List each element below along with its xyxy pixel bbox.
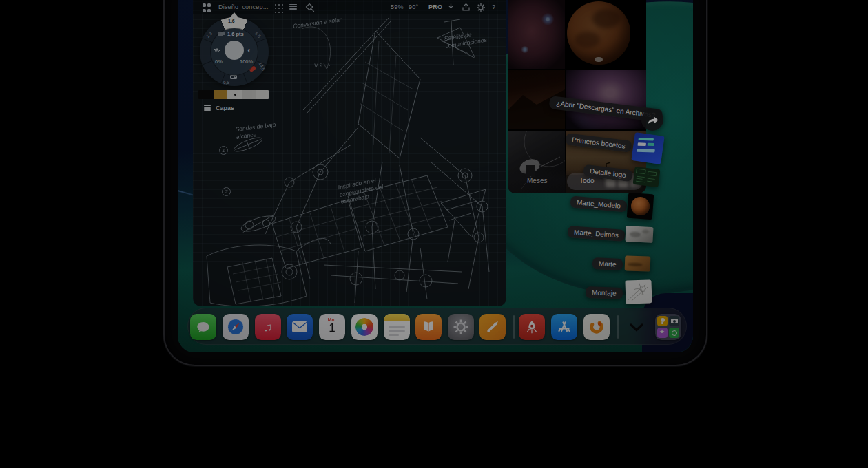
swatch-mid-gray[interactable]: [242, 90, 256, 99]
calendar-day: 1: [319, 322, 345, 334]
annotation-marker-2: 2: [222, 187, 231, 196]
shape-tool-icon[interactable]: [305, 3, 315, 12]
notes-yellow-strip: [384, 314, 410, 321]
drag-thumb-mars-model[interactable]: [627, 193, 654, 220]
drag-thumb-deimos[interactable]: [625, 226, 653, 243]
photos-app-window: Meses Todo: [508, 0, 646, 193]
forward-arrow-icon: [647, 115, 659, 125]
drag-thumb-marte-terrain[interactable]: [625, 255, 651, 271]
app-library-tile-tips: [657, 316, 668, 326]
brush-radial-dial[interactable]: 1,6 1,3 5,5 14,5 6,8 1,6 pts ◐ 0% 100%: [200, 17, 269, 86]
toolbar-divider: [214, 3, 214, 11]
brush-stroke-icon: [230, 75, 237, 79]
share-export-icon[interactable]: [462, 3, 471, 12]
download-icon[interactable]: [446, 3, 455, 12]
app-library-tile-camera: [669, 316, 679, 326]
grid-tools-icon[interactable]: [275, 4, 285, 14]
pressure-wave-icon: [214, 47, 220, 54]
drag-thumb-montaje-sketch[interactable]: [625, 279, 652, 304]
mail-app-icon[interactable]: [287, 314, 313, 340]
draw-app-icon[interactable]: [479, 314, 506, 340]
dock-divider-2: [617, 315, 619, 339]
music-app-icon[interactable]: ♫: [255, 314, 281, 340]
help-button[interactable]: ?: [492, 3, 495, 10]
settings-gear-icon[interactable]: [476, 3, 486, 12]
safari-app-icon[interactable]: [223, 314, 249, 340]
layers-list-icon: [204, 104, 211, 112]
selected-brush-size: 1,6: [228, 19, 235, 23]
books-app-icon[interactable]: [415, 314, 442, 340]
notes-app-icon[interactable]: [384, 314, 410, 340]
contrast-icon: ◐: [247, 46, 251, 54]
selected-color-dot: [234, 94, 236, 96]
opacity-value: 0%: [215, 58, 223, 65]
messages-app-icon[interactable]: [190, 314, 216, 340]
pro-badge: PRO: [428, 3, 442, 10]
drag-thumb-green-schematic[interactable]: [633, 167, 661, 187]
drag-label-montaje: Montaje: [586, 286, 623, 299]
dock: ♫ Mar 1: [187, 308, 687, 345]
app-library-tile-star: ★: [657, 328, 668, 338]
color-swatch-bar[interactable]: [198, 90, 269, 99]
photos-app-icon[interactable]: [351, 314, 378, 340]
brush-size-pts: 1,6 pts: [227, 31, 244, 37]
photos-flower-icon: [355, 318, 373, 336]
zoom-level[interactable]: 59%: [391, 3, 404, 10]
annotation-marker-1: 1: [219, 146, 228, 155]
flow-value: 100%: [240, 58, 253, 65]
layers-tool-icon[interactable]: [289, 3, 299, 12]
stage: Conversión a solar Satélite de comunicac…: [0, 0, 868, 468]
drag-label-marte: Marte: [592, 257, 623, 270]
segment-todo[interactable]: Todo: [579, 177, 595, 184]
brush-lines-icon: [218, 32, 225, 36]
share-forward-button[interactable]: [641, 109, 663, 131]
mars-globe: [567, 1, 630, 65]
app-library-tile-activity: [669, 328, 679, 338]
photo-mars-planet[interactable]: [566, 0, 646, 69]
canvas-angle[interactable]: 90°: [409, 3, 418, 10]
app-menu-icon[interactable]: [203, 3, 212, 13]
calendar-app-icon[interactable]: Mar 1: [319, 314, 345, 340]
settings-app-icon[interactable]: [448, 314, 474, 340]
rocket-app-icon[interactable]: [519, 314, 545, 340]
layers-panel-toggle[interactable]: Capas: [204, 104, 234, 112]
dock-divider-1: [513, 315, 515, 339]
drag-thumb-blue-sticker[interactable]: [631, 132, 664, 164]
swatch-black[interactable]: [198, 90, 214, 99]
concepts-app-icon[interactable]: [583, 314, 610, 340]
app-store-icon[interactable]: [551, 314, 577, 340]
sketch-toolbar: Diseño_concep... 59% 90° PRO ?: [193, 0, 506, 14]
document-title[interactable]: Diseño_concep...: [218, 3, 269, 10]
annotation-version: V.2: [313, 61, 322, 70]
photo-nebula-horsehead[interactable]: [508, 0, 565, 69]
swatch-gold[interactable]: [214, 90, 227, 99]
chevron-down-icon[interactable]: [628, 323, 645, 332]
layers-label: Capas: [216, 105, 234, 111]
segment-meses[interactable]: Meses: [527, 177, 547, 184]
brush-preview-circle[interactable]: [225, 41, 244, 60]
app-library-icon[interactable]: ★: [655, 314, 681, 340]
swatch-gray[interactable]: [256, 90, 269, 99]
ring-size-4: 6,8: [223, 80, 229, 85]
